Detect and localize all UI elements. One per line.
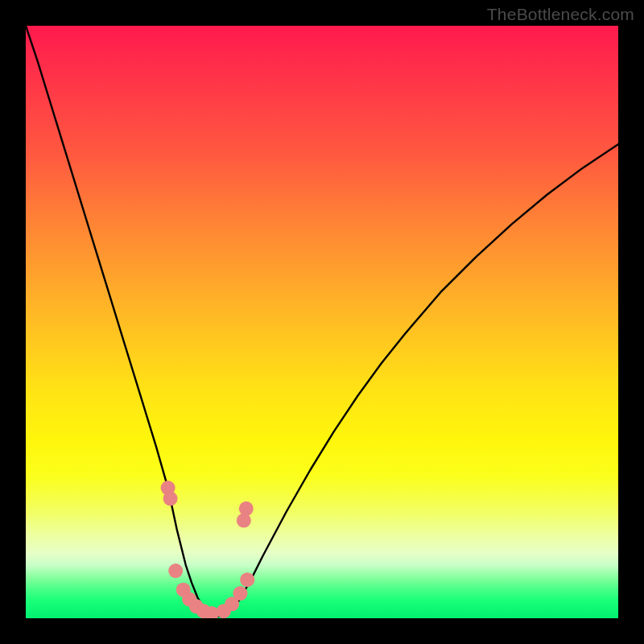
data-marker [168,564,183,578]
marker-group [161,481,255,618]
chart-svg [26,26,618,618]
data-marker [163,491,178,506]
data-marker [233,586,247,601]
data-marker [240,572,254,587]
plot-area [26,26,618,618]
chart-frame: TheBottleneck.com [0,0,644,644]
data-marker [239,502,254,516]
watermark-text: TheBottleneck.com [487,5,634,24]
bottleneck-curve [26,26,618,617]
